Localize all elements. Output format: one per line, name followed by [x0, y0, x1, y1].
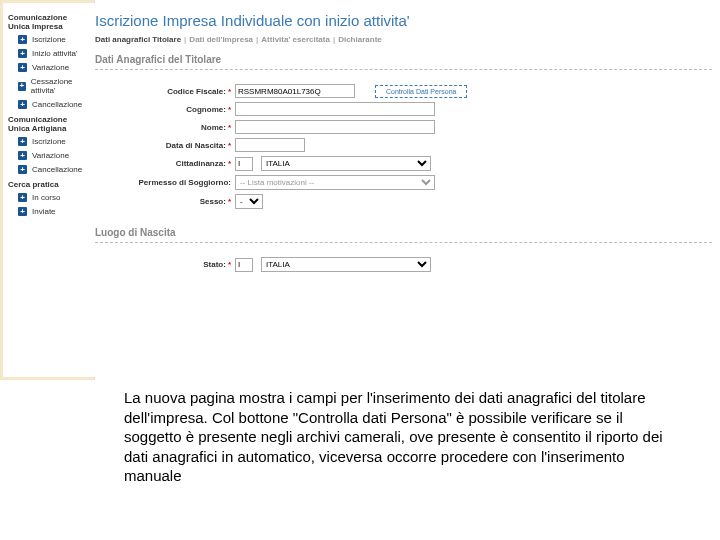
plus-icon: +: [18, 82, 26, 91]
nav-label: Cessazione attivita': [31, 77, 90, 95]
nav-item-iscrizione[interactable]: +Iscrizione: [18, 35, 90, 44]
row-nome: Nome:*: [95, 120, 712, 134]
nav-label: Variazione: [32, 63, 69, 72]
nav-label: In corso: [32, 193, 60, 202]
plus-icon: +: [18, 100, 27, 109]
row-cittadinanza: Cittadinanza:* ITALIA: [95, 156, 712, 171]
nav-label: Iscrizione: [32, 137, 66, 146]
caption-text: La nuova pagina mostra i campi per l'ins…: [124, 388, 664, 486]
select-stato[interactable]: ITALIA: [261, 257, 431, 272]
plus-icon: +: [18, 165, 27, 174]
section-divider-2: [95, 242, 712, 243]
plus-icon: +: [18, 137, 27, 146]
plus-icon: +: [18, 151, 27, 160]
section-title-anagrafici: Dati Anagrafici del Titolare: [95, 54, 712, 65]
nav-item-inviate[interactable]: +Inviate: [18, 207, 90, 216]
sidebar-inner: Comunicazione Unica Impresa +Iscrizione …: [3, 3, 95, 377]
label-cognome: Cognome:*: [95, 105, 235, 114]
nav-item-cessazione[interactable]: +Cessazione attivita': [18, 77, 90, 95]
input-codice-fiscale[interactable]: [235, 84, 355, 98]
tab-attivita[interactable]: Attivita' esercitata: [261, 35, 330, 44]
nav-label: Cancellazione: [32, 165, 82, 174]
label-stato: Stato:*: [95, 260, 235, 269]
sidebar: Comunicazione Unica Impresa +Iscrizione …: [0, 0, 95, 380]
input-stato-code[interactable]: [235, 258, 253, 272]
row-permesso: Permesso di Soggiorno: -- Lista motivazi…: [95, 175, 712, 190]
select-cittadinanza[interactable]: ITALIA: [261, 156, 431, 171]
nav-label: Variazione: [32, 151, 69, 160]
nav-item-cancellazione[interactable]: +Cancellazione: [18, 100, 90, 109]
nav-heading-artigiana: Comunicazione Unica Artigiana: [8, 115, 90, 133]
input-cittadinanza-code[interactable]: [235, 157, 253, 171]
label-nome: Nome:*: [95, 123, 235, 132]
nav-item-incorso[interactable]: +In corso: [18, 193, 90, 202]
page-title: Iscrizione Impresa Individuale con inizi…: [95, 12, 712, 29]
input-cognome[interactable]: [235, 102, 435, 116]
plus-icon: +: [18, 49, 27, 58]
tabs: Dati anagrafici Titolare|Dati dell'Impre…: [95, 35, 712, 44]
nav-heading-cerca: Cerca pratica: [8, 180, 90, 189]
label-cittadinanza: Cittadinanza:*: [95, 159, 235, 168]
nav-item-art-cancellazione[interactable]: +Cancellazione: [18, 165, 90, 174]
row-data-nascita: Data di Nascita:*: [95, 138, 712, 152]
nav-label: Iscrizione: [32, 35, 66, 44]
nav-label: Inviate: [32, 207, 56, 216]
nav-item-art-iscrizione[interactable]: +Iscrizione: [18, 137, 90, 146]
tab-anagrafici[interactable]: Dati anagrafici Titolare: [95, 35, 181, 44]
nav-label: Cancellazione: [32, 100, 82, 109]
nav-item-art-variazione[interactable]: +Variazione: [18, 151, 90, 160]
row-cognome: Cognome:*: [95, 102, 712, 116]
select-sesso[interactable]: -: [235, 194, 263, 209]
label-codice-fiscale: Codice Fiscale:*: [95, 87, 235, 96]
label-permesso: Permesso di Soggiorno:: [95, 178, 235, 187]
section-title-luogo: Luogo di Nascita: [95, 227, 712, 238]
tab-dichiarante[interactable]: Dichiarante: [338, 35, 382, 44]
nav-item-inizio[interactable]: +Inizio attivita': [18, 49, 90, 58]
plus-icon: +: [18, 207, 27, 216]
plus-icon: +: [18, 63, 27, 72]
main-content: Iscrizione Impresa Individuale con inizi…: [95, 0, 720, 380]
controlla-button[interactable]: Controlla Dati Persona: [375, 85, 467, 98]
row-stato: Stato:* ITALIA: [95, 257, 712, 272]
input-nome[interactable]: [235, 120, 435, 134]
nav-heading-impresa: Comunicazione Unica Impresa: [8, 13, 90, 31]
nav-label: Inizio attivita': [32, 49, 78, 58]
select-permesso[interactable]: -- Lista motivazioni --: [235, 175, 435, 190]
row-sesso: Sesso:* -: [95, 194, 712, 209]
tab-impresa[interactable]: Dati dell'Impresa: [189, 35, 253, 44]
input-data-nascita[interactable]: [235, 138, 305, 152]
plus-icon: +: [18, 35, 27, 44]
label-data-nascita: Data di Nascita:*: [95, 141, 235, 150]
nav-item-variazione[interactable]: +Variazione: [18, 63, 90, 72]
row-codice-fiscale: Codice Fiscale:* Controlla Dati Persona: [95, 84, 712, 98]
plus-icon: +: [18, 193, 27, 202]
section-divider: [95, 69, 712, 70]
label-sesso: Sesso:*: [95, 197, 235, 206]
